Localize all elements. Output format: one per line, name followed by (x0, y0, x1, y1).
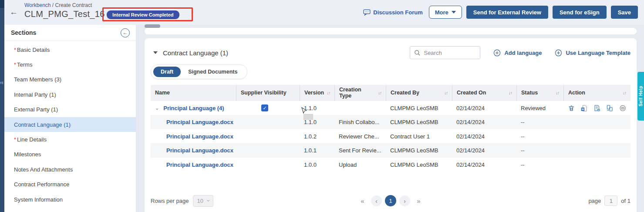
sort-icon[interactable]: ↓↑ (375, 91, 381, 96)
column-label: Version (304, 90, 324, 96)
breadcrumb-workbench[interactable]: Workbench (24, 2, 51, 8)
creation-type-cell: Upload (334, 162, 386, 168)
created-by-cell: CLMPMG LeoSMB (386, 105, 452, 111)
sidebar-item-internal-party[interactable]: Internal Party (1) (4, 87, 136, 102)
pagination-bar: Rows per page 10 « ‹ 1 › » page of 1 (151, 194, 631, 207)
current-page-button[interactable]: 1 (385, 195, 396, 206)
column-header-version[interactable]: Version↓↑ (300, 85, 334, 101)
self-help-label: Self Help (638, 86, 643, 106)
table-row-parent: ⌄Principal Language (4) ✓ 1.1.0 CLMPMG L… (151, 101, 631, 115)
document-link[interactable]: Principal Language.docx (166, 133, 233, 140)
document-link[interactable]: Principal Language.docx (166, 119, 233, 125)
status-cell: -- (516, 133, 563, 140)
created-by-cell: CLMPMG LeoSMB (386, 119, 452, 125)
sidebar-item-label: Notes And Attachments (14, 166, 73, 173)
chevron-down-icon (452, 11, 456, 13)
document-group-link[interactable]: Principal Language (4) (163, 105, 224, 111)
column-header-status[interactable]: Status↓↑ (516, 85, 563, 101)
column-header-created-by[interactable]: Created By↓↑ (386, 85, 452, 101)
use-language-template-button[interactable]: Use Language Template (555, 49, 631, 57)
version-cell: 1.0.1 (300, 147, 334, 154)
sidebar-item-external-party[interactable]: External Party (1) (4, 102, 136, 117)
self-help-tab[interactable]: Self Help (637, 72, 644, 121)
rows-per-page-value: 10 (197, 198, 203, 204)
search-input[interactable] (424, 50, 474, 56)
breadcrumb-separator: / (52, 2, 54, 8)
word-document-icon[interactable]: W (580, 104, 587, 112)
sections-title: Sections (11, 29, 36, 36)
search-icon (414, 50, 421, 56)
last-page-button[interactable]: » (413, 195, 424, 206)
discussion-forum-button[interactable]: Discussion Forum (363, 9, 422, 16)
sidebar-item-contract-performance[interactable]: Contract Performance (4, 177, 136, 192)
breadcrumb: Workbench / Create Contract (24, 2, 92, 8)
tab-draft[interactable]: Draft (153, 67, 181, 77)
sort-icon[interactable]: ↓↑ (553, 91, 559, 96)
sidebar-item-label: Internal Party (1) (14, 91, 56, 98)
sidebar-item-contract-clauses[interactable]: Contract Clauses (20) (4, 207, 136, 212)
add-language-button[interactable]: Add language (493, 49, 542, 57)
column-label: Created By (391, 90, 419, 96)
sidebar-item-label: Milestones (14, 151, 41, 158)
rows-per-page-select[interactable]: 10 (193, 195, 213, 207)
action-cell: W (563, 104, 631, 112)
creation-type-cell: Finish Collabo... (334, 119, 386, 125)
sort-icon[interactable]: ↓↑ (324, 91, 330, 96)
send-external-review-button[interactable]: Send for External Review (466, 6, 548, 19)
check-in-document-icon[interactable] (606, 104, 613, 112)
expand-row-icon[interactable]: ⌄ (155, 105, 159, 111)
section-title: Contract Language (1) (163, 49, 228, 57)
sidebar-item-line-details[interactable]: *Line Details (4, 132, 136, 147)
sidebar-item-team-members[interactable]: Team Members (3) (4, 72, 136, 87)
sidebar-item-contract-language[interactable]: Contract Language (1) (4, 117, 136, 132)
sidebar-item-milestones[interactable]: Milestones (4, 147, 136, 162)
more-button[interactable]: More (429, 6, 462, 19)
status-badge: Internal Review Completed (107, 10, 179, 19)
back-arrow-icon[interactable]: ← (10, 7, 18, 17)
document-link[interactable]: Principal Language.docx (166, 147, 233, 154)
column-header-action[interactable]: Action↓↑ (563, 85, 631, 101)
previous-page-button[interactable]: ‹ (371, 195, 382, 206)
save-button[interactable]: Save (611, 6, 638, 19)
column-header-creation-type[interactable]: Creation Type↓↑ (334, 85, 386, 101)
column-header-created-on[interactable]: Created On↓↑ (452, 85, 516, 101)
status-cell: -- (516, 147, 563, 154)
supplier-visibility-checkbox[interactable]: ✓ (261, 104, 268, 111)
first-page-button[interactable]: « (357, 195, 368, 206)
delete-icon[interactable] (568, 104, 575, 112)
left-nav-rail[interactable]: nt (0, 0, 4, 212)
sidebar-item-label: Contract Language (1) (14, 121, 71, 128)
column-header-name[interactable]: Name (151, 85, 236, 101)
document-link[interactable]: Principal Language.docx (166, 162, 233, 168)
send-esign-button[interactable]: Send for eSign (553, 6, 607, 19)
scrollbar-thumb[interactable] (145, 24, 160, 28)
table-row-version: Principal Language.docx 1.0.1 Sent For R… (151, 143, 631, 158)
sidebar-item-notes-attachments[interactable]: Notes And Attachments (4, 162, 136, 177)
column-label: Supplier Visibility (241, 90, 287, 96)
sidebar-item-system-information[interactable]: System Information (4, 192, 136, 207)
page-number-input[interactable] (604, 195, 617, 206)
tab-signed-documents[interactable]: Signed Documents (181, 67, 245, 77)
clm-create-contract-screen: nt ← Workbench / Create Contract CLM_PMG… (0, 0, 644, 212)
use-language-template-label: Use Language Template (566, 50, 631, 56)
sidebar-item-terms[interactable]: *Terms (4, 57, 136, 72)
view-icon[interactable] (619, 104, 626, 112)
sidebar-item-basic-details[interactable]: *Basic Details (4, 42, 136, 57)
sidebar-item-label: Team Members (3) (14, 76, 61, 83)
sidebar-item-label: Terms (17, 61, 32, 68)
table-row-version: Principal Language.docx 1.1.0 Finish Col… (151, 115, 631, 129)
created-on-cell: 02/14/2024 (452, 133, 516, 140)
sidebar-item-label: Line Details (17, 136, 47, 143)
column-header-supplier-visibility[interactable]: Supplier Visibility (236, 85, 300, 101)
document-preview-icon[interactable] (593, 104, 600, 112)
breadcrumb-create-contract: Create Contract (55, 2, 92, 8)
sort-icon[interactable]: ↓↑ (506, 91, 512, 96)
collapsed-section-strip[interactable] (145, 28, 637, 34)
tooltip-placeholder (303, 114, 313, 120)
section-collapse-icon[interactable] (153, 51, 158, 54)
left-nav-rail-header (0, 0, 4, 8)
sort-icon[interactable]: ↓↑ (442, 91, 448, 96)
collapse-sidebar-button[interactable]: ← (121, 28, 130, 37)
next-page-button[interactable]: › (399, 195, 410, 206)
sort-icon[interactable]: ↓↑ (620, 91, 626, 96)
